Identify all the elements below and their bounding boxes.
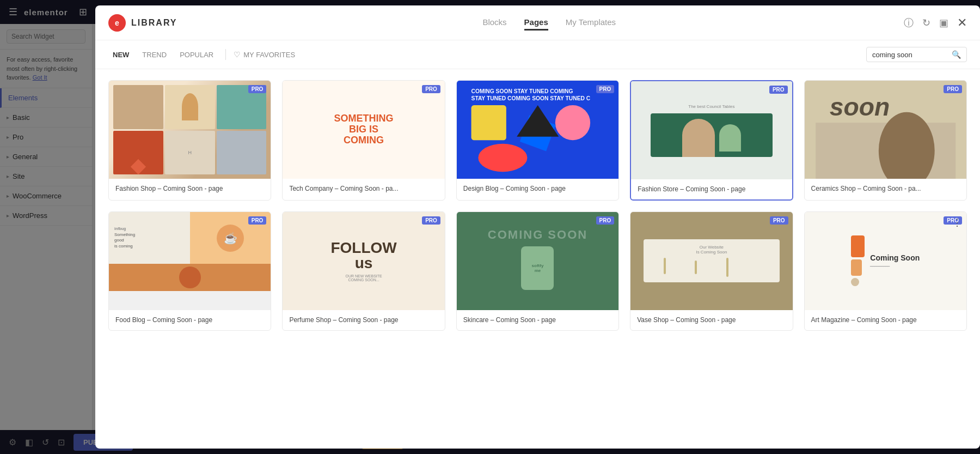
filter-favorites[interactable]: ♡ MY FAVORITES	[234, 50, 295, 59]
favorites-label: MY FAVORITES	[243, 51, 295, 59]
modal-close-button[interactable]: ✕	[957, 17, 967, 29]
pro-badge: PRO	[248, 216, 267, 225]
library-modal: e LIBRARY Blocks Pages My Templates ⓘ ↻ …	[95, 5, 980, 449]
save-icon[interactable]: ▣	[939, 17, 948, 29]
template-name: Perfume Shop – Coming Soon - page	[289, 316, 438, 325]
template-preview-perfume-shop: FOLLOWus OUR NEW WEBSITECOMING SOON... P…	[283, 212, 444, 310]
filter-trend[interactable]: TREND	[138, 49, 171, 61]
template-card-food-blog[interactable]: infbug Somethinggoodis coming ☕ PRO Food…	[108, 211, 271, 331]
svg-text:COMING SOON STAY TUNED COMING: COMING SOON STAY TUNED COMING	[471, 88, 573, 94]
template-card-design-blog[interactable]: COMING SOON STAY TUNED COMING STAY TUNED…	[456, 80, 619, 201]
svg-text:soon: soon	[829, 93, 890, 121]
search-input[interactable]	[872, 51, 948, 59]
pro-badge: PRO	[422, 85, 440, 93]
library-logo: e LIBRARY	[108, 14, 177, 32]
template-name: Vase Shop – Coming Soon - page	[637, 316, 786, 325]
template-name: Design Blog – Coming Soon - page	[463, 184, 612, 193]
template-preview-tech-company: SOMETHINGBIG ISCOMING PRO	[283, 81, 444, 179]
template-info: Food Blog – Coming Soon - page	[109, 310, 271, 330]
help-icon[interactable]: ⓘ	[904, 16, 914, 29]
template-info: Vase Shop – Coming Soon - page	[630, 310, 792, 330]
tab-my-templates[interactable]: My Templates	[566, 15, 616, 31]
templates-grid-container[interactable]: H PRO Fashion Shop – Coming Soon - page …	[95, 69, 980, 449]
pro-badge: PRO	[422, 216, 440, 225]
pro-badge: PRO	[596, 216, 615, 225]
template-name: Tech Company – Coming Soon - pa...	[289, 184, 438, 193]
template-name: Fashion Shop – Coming Soon - page	[115, 184, 264, 193]
filter-new[interactable]: NEW	[108, 49, 133, 61]
template-preview-ceramics-shop: soon PRO	[805, 81, 966, 179]
pro-badge: PRO	[596, 85, 615, 93]
template-info: Design Blog – Coming Soon - page	[457, 179, 618, 199]
template-info: Fashion Shop – Coming Soon - page	[109, 179, 271, 199]
template-preview-art-magazine: Coming Soon ━━━━━━━━━ PRO ⋮	[805, 212, 966, 310]
template-name: Ceramics Shop – Coming Soon - pa...	[811, 184, 960, 193]
template-preview-fashion-shop: H PRO	[109, 81, 271, 179]
tab-blocks[interactable]: Blocks	[482, 15, 506, 31]
pro-badge: PRO	[770, 216, 788, 225]
template-card-fashion-shop[interactable]: H PRO Fashion Shop – Coming Soon - page	[108, 80, 271, 201]
template-preview-vase-shop: Our WebsiteIs Coming Soon PRO	[630, 212, 792, 310]
template-preview-fashion-store: The best Council Tables PRO	[631, 81, 792, 179]
svg-text:STAY TUNED COMING SOON STAY TU: STAY TUNED COMING SOON STAY TUNED C	[471, 95, 590, 101]
template-preview-food-blog: infbug Somethinggoodis coming ☕ PRO	[109, 212, 271, 310]
template-card-fashion-store[interactable]: The best Council Tables PRO Fashion Stor…	[630, 80, 793, 201]
template-card-skincare[interactable]: COMING SOON softfyme PRO Skincare – Comi…	[456, 211, 619, 331]
pro-badge: PRO	[248, 85, 267, 93]
modal-header: e LIBRARY Blocks Pages My Templates ⓘ ↻ …	[95, 5, 980, 40]
template-card-ceramics-shop[interactable]: soon PRO Ceramics Shop – Coming Soon - p…	[804, 80, 967, 201]
template-info: Art Magazine – Coming Soon - page	[805, 310, 966, 330]
pro-badge: PRO	[769, 86, 788, 94]
template-info: Fashion Store – Coming Soon - page	[631, 179, 792, 199]
template-card-art-magazine[interactable]: Coming Soon ━━━━━━━━━ PRO ⋮ Art Magazine…	[804, 211, 967, 331]
card-menu-dots[interactable]: ⋮	[952, 216, 962, 228]
modal-header-actions: ⓘ ↻ ▣ ✕	[904, 16, 967, 29]
template-card-tech-company[interactable]: SOMETHINGBIG ISCOMING PRO Tech Company –…	[282, 80, 445, 201]
library-logo-text: LIBRARY	[131, 18, 177, 28]
pro-badge: PRO	[944, 85, 962, 93]
template-preview-skincare: COMING SOON softfyme PRO	[457, 212, 618, 310]
filter-popular[interactable]: POPULAR	[175, 49, 218, 61]
search-icon: 🔍	[952, 50, 961, 59]
template-name: Fashion Store – Coming Soon - page	[638, 185, 785, 194]
template-card-vase-shop[interactable]: Our WebsiteIs Coming Soon PRO Vase Shop	[630, 211, 793, 331]
template-name: Skincare – Coming Soon - page	[463, 316, 612, 325]
templates-grid: H PRO Fashion Shop – Coming Soon - page …	[108, 80, 967, 331]
svg-point-7	[478, 144, 527, 172]
template-info: Perfume Shop – Coming Soon - page	[283, 310, 444, 330]
template-card-perfume-shop[interactable]: FOLLOWus OUR NEW WEBSITECOMING SOON... P…	[282, 211, 445, 331]
refresh-icon[interactable]: ↻	[922, 17, 930, 29]
modal-tabs: Blocks Pages My Templates	[195, 15, 904, 31]
filter-bar: NEW TREND POPULAR ♡ MY FAVORITES 🔍	[95, 40, 980, 69]
svg-point-4	[555, 105, 590, 140]
template-info: Tech Company – Coming Soon - pa...	[283, 179, 444, 199]
tab-pages[interactable]: Pages	[524, 15, 548, 31]
heart-icon: ♡	[234, 50, 241, 59]
library-logo-icon: e	[108, 14, 126, 32]
template-name: Food Blog – Coming Soon - page	[115, 316, 264, 325]
svg-rect-3	[471, 105, 506, 140]
filter-divider	[225, 49, 226, 60]
search-box: 🔍	[866, 47, 967, 62]
template-info: Skincare – Coming Soon - page	[457, 310, 618, 330]
template-preview-design-blog: COMING SOON STAY TUNED COMING STAY TUNED…	[457, 81, 618, 179]
template-name: Art Magazine – Coming Soon - page	[811, 316, 960, 325]
template-info: Ceramics Shop – Coming Soon - pa...	[805, 179, 966, 199]
